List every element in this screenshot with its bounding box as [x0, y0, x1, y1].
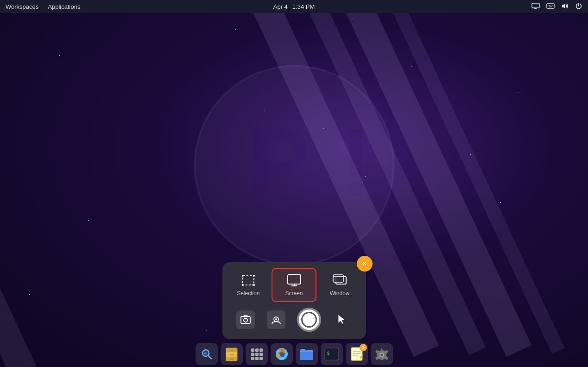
popos-logo: P ! — [174, 51, 415, 292]
dock-item-pinned[interactable]: 3 — [346, 343, 368, 365]
mode-row: Selection Screen — [226, 268, 362, 302]
screen-icon[interactable] — [531, 3, 540, 11]
topbar-left: Workspaces Applications — [6, 3, 80, 10]
dock-item-app-grid[interactable] — [246, 343, 268, 365]
svg-rect-43 — [255, 353, 259, 356]
svg-rect-46 — [255, 357, 259, 360]
svg-point-16 — [242, 284, 244, 286]
desktop: P ! Workspaces Applications Apr 4 1:34 P… — [0, 0, 588, 367]
svg-rect-22 — [333, 275, 343, 282]
svg-marker-12 — [562, 3, 565, 9]
svg-rect-42 — [251, 353, 254, 356]
svg-rect-13 — [243, 276, 254, 285]
svg-point-14 — [242, 275, 244, 277]
svg-rect-38 — [230, 359, 234, 360]
dock-item-firefox[interactable] — [271, 343, 293, 365]
close-button[interactable]: × — [357, 256, 373, 272]
svg-point-25 — [244, 318, 247, 322]
selection-label: Selection — [237, 290, 259, 297]
topbar-center: Apr 4 1:34 PM — [273, 3, 315, 10]
svg-point-15 — [253, 275, 255, 277]
svg-rect-36 — [230, 350, 234, 351]
svg-point-0 — [195, 66, 393, 265]
svg-rect-3 — [532, 3, 539, 8]
screen-mode-button[interactable]: Screen — [272, 268, 316, 302]
screenshot-icon-button[interactable] — [236, 310, 255, 329]
workspaces-menu[interactable]: Workspaces — [6, 3, 38, 10]
svg-text:+: + — [204, 351, 207, 356]
screen-mode-icon — [286, 273, 303, 287]
capture-button[interactable] — [297, 308, 321, 332]
svg-rect-6 — [547, 4, 554, 8]
action-row — [226, 306, 362, 334]
svg-text:P: P — [246, 108, 310, 216]
applications-menu[interactable]: Applications — [48, 3, 80, 10]
topbar-date: Apr 4 — [273, 3, 288, 10]
svg-rect-37 — [230, 354, 234, 355]
cursor-icon-button[interactable] — [333, 310, 352, 329]
topbar: Workspaces Applications Apr 4 1:34 PM — [0, 0, 588, 13]
svg-text:!: ! — [339, 108, 371, 216]
dock-item-files[interactable] — [296, 343, 318, 365]
capture-inner — [301, 312, 317, 328]
pinned-badge: 3 — [360, 344, 367, 351]
webcam-icon-button[interactable] — [267, 310, 285, 329]
dock-item-terminal[interactable]: $ _ — [321, 343, 343, 365]
topbar-right — [531, 2, 582, 11]
dock-item-search[interactable]: + — [196, 343, 218, 365]
taskbar: + — [0, 341, 588, 367]
svg-rect-39 — [251, 348, 254, 352]
screenshot-popup: × Selection — [222, 262, 366, 339]
keyboard-icon[interactable] — [546, 3, 555, 11]
svg-line-30 — [208, 356, 211, 359]
selection-icon — [240, 273, 257, 287]
power-icon[interactable] — [575, 2, 582, 11]
selection-mode-button[interactable]: Selection — [226, 268, 271, 302]
window-mode-button[interactable]: Window — [317, 268, 362, 302]
window-label: Window — [330, 290, 350, 297]
svg-rect-47 — [259, 357, 263, 360]
volume-icon[interactable] — [561, 3, 569, 11]
window-mode-icon — [331, 273, 348, 287]
svg-point-57 — [380, 354, 383, 356]
svg-rect-41 — [259, 348, 263, 352]
svg-rect-18 — [288, 275, 301, 284]
screen-label: Screen — [285, 290, 303, 297]
svg-text:$ _: $ _ — [327, 350, 336, 356]
svg-point-28 — [275, 318, 277, 320]
svg-point-17 — [253, 284, 255, 286]
dock-item-file-cabinet[interactable] — [221, 343, 243, 365]
svg-rect-45 — [251, 357, 254, 360]
svg-rect-40 — [255, 348, 259, 352]
dock-item-settings[interactable] — [371, 343, 393, 365]
svg-rect-44 — [259, 353, 263, 356]
topbar-time: 1:34 PM — [292, 3, 315, 10]
